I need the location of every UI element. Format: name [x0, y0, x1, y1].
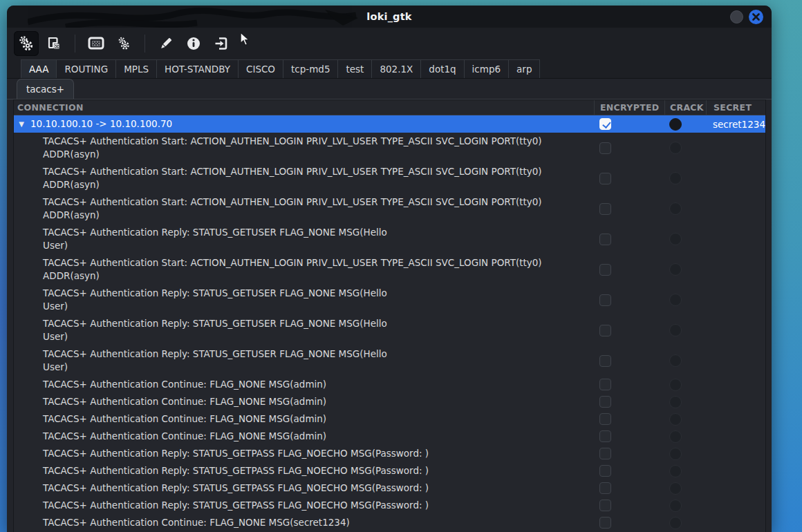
- table-row[interactable]: ▼ TACACS+ Authentication Start: ACTION_A…: [14, 163, 765, 193]
- crack-button[interactable]: [669, 379, 682, 391]
- about-button[interactable]: [181, 31, 206, 56]
- row-text: TACACS+ Authentication Reply: STATUS_GET…: [43, 285, 387, 315]
- crack-button[interactable]: [669, 465, 682, 477]
- table-row[interactable]: ▼ TACACS+ Authentication Continue: FLAG_…: [14, 514, 765, 531]
- row-text: TACACS+ Authentication Start: ACTION_AUT…: [43, 193, 594, 224]
- expander-icon[interactable]: ▼: [17, 120, 26, 128]
- column-header-encrypted[interactable]: ENCRYPTED: [594, 100, 664, 115]
- encrypted-checkbox[interactable]: [599, 413, 611, 425]
- column-header-connection[interactable]: CONNECTION: [14, 100, 594, 115]
- titlebar[interactable]: loki_gtk: [7, 6, 772, 28]
- table-row[interactable]: ▼ TACACS+ Authentication Reply: STATUS_G…: [14, 315, 765, 345]
- encrypted-checkbox[interactable]: [599, 500, 611, 511]
- encrypted-checkbox[interactable]: [599, 264, 611, 276]
- encrypted-checkbox[interactable]: [599, 234, 611, 245]
- crack-button[interactable]: [669, 263, 682, 276]
- encrypted-checkbox[interactable]: [599, 325, 611, 336]
- encrypted-checkbox[interactable]: [599, 482, 611, 494]
- encrypted-checkbox[interactable]: [599, 294, 611, 306]
- encrypted-cell: [594, 264, 664, 276]
- encrypted-checkbox[interactable]: [599, 448, 611, 459]
- encrypted-cell: [594, 430, 664, 442]
- table-row[interactable]: ▼ TACACS+ Authentication Reply: STATUS_G…: [14, 497, 765, 514]
- crack-button[interactable]: [669, 413, 682, 426]
- preferences-button[interactable]: [111, 31, 136, 56]
- encrypted-checkbox[interactable]: [599, 355, 611, 367]
- crack-button[interactable]: [669, 517, 682, 529]
- exit-icon: [213, 35, 230, 52]
- table-row[interactable]: ▼ TACACS+ Authentication Reply: STATUS_G…: [14, 224, 765, 254]
- connection-cell: ▼ TACACS+ Authentication Reply: STATUS_G…: [14, 285, 594, 315]
- encrypted-checkbox[interactable]: [599, 396, 611, 408]
- crack-button[interactable]: [669, 448, 682, 460]
- table-row[interactable]: ▼ TACACS+ Authentication Reply: STATUS_G…: [14, 285, 765, 315]
- tab-aaa[interactable]: AAA: [21, 59, 57, 78]
- table-row[interactable]: ▼ TACACS+ Authentication Start: ACTION_A…: [14, 133, 765, 163]
- tab-test[interactable]: test: [337, 59, 372, 78]
- open-button[interactable]: [41, 31, 66, 56]
- run-button[interactable]: [14, 31, 39, 56]
- encrypted-cell: [594, 234, 664, 245]
- row-text: TACACS+ Authentication Continue: FLAG_NO…: [43, 428, 326, 445]
- row-text: TACACS+ Authentication Start: ACTION_AUT…: [43, 133, 594, 163]
- tab-dot1q[interactable]: dot1q: [420, 59, 464, 78]
- tab-tacacs[interactable]: tacacs+: [17, 79, 74, 99]
- encrypted-checkbox[interactable]: [599, 465, 611, 477]
- tab-cisco[interactable]: CISCO: [238, 59, 283, 78]
- connection-cell: ▼ TACACS+ Authentication Reply: STATUS_G…: [14, 345, 594, 376]
- crack-button[interactable]: [669, 396, 682, 408]
- encrypted-cell: [594, 396, 664, 408]
- encrypted-checkbox[interactable]: [599, 430, 611, 442]
- crack-button[interactable]: [669, 202, 682, 215]
- table-row[interactable]: ▼ TACACS+ Authentication Start: ACTION_A…: [14, 193, 765, 224]
- table-row[interactable]: ▼ TACACS+ Authentication Continue: FLAG_…: [14, 428, 765, 445]
- tab-hot-standby[interactable]: HOT-STANDBY: [156, 59, 239, 78]
- table-row[interactable]: ▼ TACACS+ Authentication Reply: STATUS_G…: [14, 479, 765, 497]
- secret-cell: secret1234: [706, 119, 765, 130]
- encrypted-checkbox[interactable]: [599, 379, 611, 390]
- tab-routing[interactable]: ROUTING: [56, 59, 116, 78]
- crack-button[interactable]: [669, 294, 682, 306]
- table-row[interactable]: ▼ TACACS+ Authentication Reply: STATUS_G…: [14, 345, 765, 376]
- crack-cell: [664, 465, 706, 477]
- minimize-button[interactable]: [730, 10, 743, 23]
- tab-icmp6[interactable]: icmp6: [464, 59, 509, 78]
- encrypted-checkbox[interactable]: [599, 203, 611, 215]
- tab-arp[interactable]: arp: [508, 59, 540, 78]
- crack-button[interactable]: [669, 500, 682, 512]
- crack-button[interactable]: [669, 482, 682, 495]
- quit-button[interactable]: [209, 31, 234, 56]
- crack-cell: [664, 294, 706, 306]
- tab-tcp-md5[interactable]: tcp-md5: [283, 59, 338, 78]
- crack-button[interactable]: [669, 430, 682, 443]
- row-text: TACACS+ Authentication Reply: STATUS_GET…: [43, 479, 429, 497]
- encrypted-checkbox[interactable]: [599, 142, 611, 154]
- table-row[interactable]: ▼ TACACS+ Authentication Reply: STATUS_G…: [14, 462, 765, 479]
- tab-mpls[interactable]: MPLS: [115, 59, 157, 78]
- table-row[interactable]: ▼ TACACS+ Authentication Reply: STATUS_G…: [14, 445, 765, 462]
- encrypted-cell: [594, 142, 664, 154]
- edit-button[interactable]: [153, 31, 178, 56]
- table-row[interactable]: ▼ TACACS+ Authentication Continue: FLAG_…: [14, 376, 765, 393]
- encrypted-checkbox[interactable]: [599, 118, 611, 130]
- crack-button[interactable]: [669, 354, 682, 367]
- table-row[interactable]: ▼ TACACS+ Authentication Start: ACTION_A…: [14, 254, 765, 285]
- close-button[interactable]: [749, 10, 763, 24]
- tab-802-1x[interactable]: 802.1X: [371, 59, 421, 78]
- table-row[interactable]: ▼ TACACS+ Authentication Continue: FLAG_…: [14, 393, 765, 410]
- info-icon: [185, 35, 202, 52]
- encrypted-checkbox[interactable]: [599, 173, 611, 184]
- table-row[interactable]: ▼ TACACS+ Authentication Continue: FLAG_…: [14, 410, 765, 428]
- crack-button[interactable]: [669, 172, 682, 184]
- column-header-secret[interactable]: SECRET: [706, 100, 765, 115]
- column-header-crack[interactable]: CRACK: [664, 100, 706, 115]
- encrypted-checkbox[interactable]: [599, 517, 611, 529]
- crack-button[interactable]: [669, 118, 682, 131]
- table-row[interactable]: ▼ 10.10.100.10 -> 10.10.100.70 secret123…: [14, 115, 765, 133]
- crack-button[interactable]: [669, 233, 682, 245]
- connection-cell: ▼ TACACS+ Authentication Reply: STATUS_G…: [14, 497, 594, 514]
- crack-button[interactable]: [669, 324, 682, 336]
- row-text: TACACS+ Authentication Reply: STATUS_GET…: [43, 224, 387, 254]
- crack-button[interactable]: [669, 142, 682, 154]
- network-interface-button[interactable]: [84, 31, 109, 56]
